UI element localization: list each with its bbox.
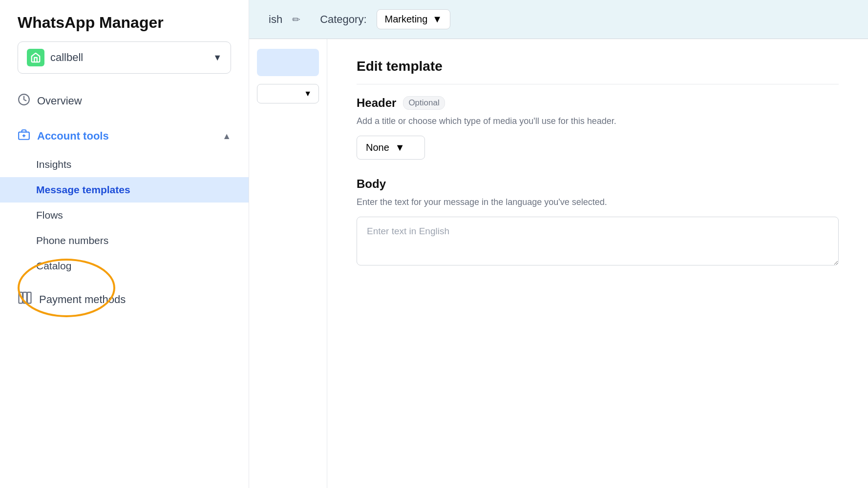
preview-dropdown[interactable]: ▼ xyxy=(257,84,319,103)
header-section-title: Header xyxy=(357,96,396,110)
account-tools-label: Account tools xyxy=(37,130,215,142)
account-name: callbell xyxy=(50,51,207,64)
payment-methods-label: Payment methods xyxy=(39,293,126,306)
preview-block-1 xyxy=(257,49,319,76)
right-panel: Edit template Header Optional Add a titl… xyxy=(327,39,868,488)
body-section-desc: Enter the text for your message in the l… xyxy=(357,196,839,209)
sidebar-item-overview[interactable]: Overview xyxy=(0,85,249,117)
category-value: Marketing xyxy=(385,14,428,25)
body-section-header: Body xyxy=(357,177,839,191)
account-selector[interactable]: callbell ▼ xyxy=(18,41,231,74)
sidebar-item-catalog[interactable]: Catalog xyxy=(0,253,249,279)
svg-rect-5 xyxy=(23,292,27,304)
edit-template-title: Edit template xyxy=(357,59,839,84)
sidebar-nav: Overview Account tools ▲ Insights xyxy=(0,85,249,488)
header-section-desc: Add a title or choose which type of medi… xyxy=(357,115,839,128)
payment-methods-icon xyxy=(18,290,32,308)
insights-label: Insights xyxy=(36,159,71,170)
account-tools-sub-items: Insights Message templates Flows Phone n… xyxy=(0,152,249,279)
sidebar-item-phone-numbers[interactable]: Phone numbers xyxy=(0,228,249,253)
phone-numbers-label: Phone numbers xyxy=(36,235,108,246)
header-section: Header Optional Add a title or choose wh… xyxy=(357,96,839,160)
catalog-label: Catalog xyxy=(36,260,71,272)
category-label: Category: xyxy=(320,13,366,26)
category-chevron-icon: ▼ xyxy=(432,14,442,25)
language-label: ish xyxy=(269,13,282,26)
body-section: Body Enter the text for your message in … xyxy=(357,177,839,267)
header-type-dropdown[interactable]: None ▼ xyxy=(357,136,425,160)
sidebar-item-insights[interactable]: Insights xyxy=(0,152,249,177)
account-tools-icon xyxy=(18,128,30,144)
top-bar: ish ✏ Category: Marketing ▼ xyxy=(249,0,868,39)
account-tools-chevron-icon: ▲ xyxy=(222,131,231,142)
sidebar-item-flows[interactable]: Flows xyxy=(0,203,249,228)
preview-dropdown-chevron: ▼ xyxy=(304,89,312,98)
svg-rect-6 xyxy=(27,292,31,304)
app-title: WhatsApp Manager xyxy=(0,0,249,41)
main-content: ish ✏ Category: Marketing ▼ ▼ Edit templ… xyxy=(249,0,868,488)
account-tools-section: Account tools ▲ Insights Message templat… xyxy=(0,121,249,279)
sidebar-item-payment-methods[interactable]: Payment methods xyxy=(0,283,249,316)
category-dropdown[interactable]: Marketing ▼ xyxy=(377,9,451,29)
sidebar-item-overview-label: Overview xyxy=(37,95,82,107)
header-dropdown-chevron-icon: ▼ xyxy=(395,142,405,153)
message-templates-label: Message templates xyxy=(36,184,130,196)
sidebar-item-message-templates[interactable]: Message templates xyxy=(0,177,249,203)
flows-label: Flows xyxy=(36,209,63,221)
header-optional-badge: Optional xyxy=(403,96,445,110)
edit-icon[interactable]: ✏ xyxy=(292,14,300,25)
sidebar: WhatsApp Manager callbell ▼ Overview xyxy=(0,0,249,488)
account-tools-header[interactable]: Account tools ▲ xyxy=(0,121,249,152)
body-text-input[interactable] xyxy=(357,217,839,265)
account-icon xyxy=(27,49,44,66)
content-area: ▼ Edit template Header Optional Add a ti… xyxy=(249,39,868,488)
overview-icon xyxy=(18,93,30,109)
chevron-down-icon: ▼ xyxy=(213,53,222,63)
header-dropdown-value: None xyxy=(366,142,389,153)
header-section-header: Header Optional xyxy=(357,96,839,110)
body-section-title: Body xyxy=(357,177,386,191)
svg-rect-4 xyxy=(19,292,23,304)
left-panel: ▼ xyxy=(249,39,327,488)
